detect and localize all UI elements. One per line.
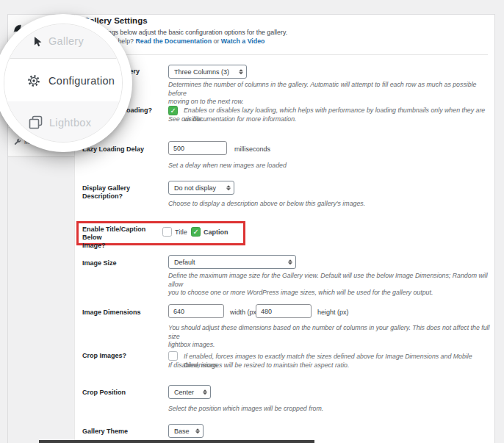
width-input[interactable]	[168, 304, 224, 318]
columns-desc: Determines the number of columns in the …	[168, 81, 495, 107]
crop-images-desc-line2: If disabled, images will be resized to m…	[168, 361, 495, 370]
crop-images-label: Crop Images?	[82, 352, 169, 360]
gallery-theme-value: Base	[174, 428, 190, 435]
description-display-desc: Choose to display a description above or…	[168, 200, 495, 209]
gallery-settings-page: Gallery Configuration Lightbox Misc Gall…	[0, 0, 504, 443]
dimensions-label: Image Dimensions	[82, 309, 169, 317]
description-display-value: Do not display	[174, 184, 216, 192]
watch-video-link[interactable]: Watch a Video	[221, 37, 265, 45]
select-arrows-icon	[239, 69, 243, 75]
height-unit: height (px)	[317, 309, 349, 316]
height-input[interactable]	[256, 304, 312, 318]
delay-input[interactable]	[168, 141, 227, 155]
title-checkbox-label: Title	[175, 228, 187, 236]
caption-checkbox[interactable]	[191, 227, 201, 237]
gallery-theme-label: Gallery Theme	[82, 428, 169, 436]
select-arrows-icon	[288, 259, 292, 265]
magnifier-lens: Gallery Configuration Lightbox	[0, 14, 132, 152]
title-checkbox[interactable]	[162, 227, 172, 237]
magnified-tab-configuration[interactable]: Configuration	[4, 58, 123, 103]
magnified-tab-label: Gallery	[48, 35, 84, 47]
gear-icon	[27, 74, 40, 87]
magnified-tab-label: Configuration	[48, 75, 115, 87]
crop-position-desc: Select the position which images will be…	[168, 405, 495, 414]
help-or: or	[214, 37, 220, 45]
select-arrows-icon	[195, 428, 200, 434]
settings-intro-text: The settings below adjust the basic conf…	[83, 29, 287, 36]
crop-position-label: Crop Position	[82, 389, 169, 397]
image-size-select[interactable]: Default	[168, 255, 296, 269]
delay-unit: milliseconds	[234, 145, 270, 153]
columns-select-value: Three Columns (3)	[174, 68, 229, 76]
lightbox-icon	[29, 115, 43, 129]
title-caption-label: Enable Title/Caption BelowImage?	[82, 226, 159, 250]
gallery-theme-select[interactable]: Base	[168, 424, 204, 438]
image-size-desc: Define the maximum image size for the Ga…	[168, 272, 495, 298]
crop-position-value: Center	[174, 389, 194, 396]
read-documentation-link[interactable]: Read the Documentation	[135, 37, 212, 45]
cropped-bottom-element	[39, 440, 314, 443]
magnified-tab-gallery[interactable]: Gallery	[4, 24, 123, 58]
magnifier-content: Gallery Configuration Lightbox	[4, 24, 123, 143]
dimensions-desc: You should adjust these dimensions based…	[168, 324, 495, 350]
columns-select[interactable]: Three Columns (3)	[168, 65, 247, 79]
caption-checkbox-label: Caption	[204, 228, 228, 236]
wrench-icon	[13, 138, 21, 146]
description-display-select[interactable]: Do not display	[168, 181, 234, 195]
delay-label: Lazy Loading Delay	[82, 145, 169, 154]
header-divider	[74, 54, 488, 55]
select-arrows-icon	[203, 389, 207, 395]
delay-desc: Set a delay when new images are loaded	[168, 162, 495, 170]
lazy-loading-desc-line2: See our documentation for more informati…	[168, 115, 495, 124]
select-arrows-icon	[226, 185, 231, 191]
description-display-label: Display Gallery Description?	[82, 184, 169, 201]
cursor-icon	[34, 36, 43, 47]
magnified-tab-lightbox[interactable]: Lightbox	[4, 101, 123, 143]
image-size-label: Image Size	[82, 259, 169, 267]
sidebar-empty-area	[8, 156, 74, 443]
magnified-tab-label: Lightbox	[49, 117, 91, 129]
crop-position-select[interactable]: Center	[168, 385, 211, 399]
lazy-loading-checkbox[interactable]	[168, 106, 178, 115]
crop-images-checkbox[interactable]	[168, 351, 178, 361]
image-size-value: Default	[174, 259, 195, 266]
